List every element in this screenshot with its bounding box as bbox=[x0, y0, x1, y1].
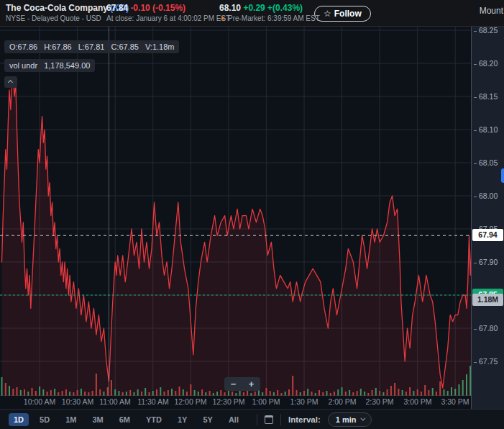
range-button-1y[interactable]: 1Y bbox=[173, 413, 192, 426]
time-axis-label: 1:30 PM bbox=[290, 397, 318, 406]
premarket-price-badge bbox=[501, 168, 504, 183]
company-name: The Coca-Cola Company bbox=[6, 3, 110, 13]
premarket-change-pct: +(0.43%) bbox=[267, 3, 303, 13]
collapse-indicator-button[interactable] bbox=[4, 76, 17, 88]
range-button-ytd[interactable]: YTD bbox=[141, 413, 167, 426]
zoom-in-button[interactable]: + bbox=[242, 377, 260, 391]
volume-badge: 1.18M bbox=[472, 294, 503, 306]
close-quote-block: 67.84 -0.10 (-0.15%) At close: January 6… bbox=[106, 3, 230, 24]
time-axis-label: 3:00 PM bbox=[403, 397, 431, 406]
time-axis-label: 12:30 PM bbox=[213, 397, 245, 406]
chevron-up-icon bbox=[8, 80, 13, 85]
price-area-fill bbox=[2, 76, 472, 396]
price-axis-label: 68.05 bbox=[474, 158, 498, 167]
interval-dropdown[interactable]: 1 min bbox=[328, 412, 372, 427]
price-axis-label: 68.25 bbox=[474, 26, 498, 35]
calendar-icon[interactable] bbox=[265, 415, 273, 424]
price-axis-label: 67.80 bbox=[474, 324, 498, 333]
star-icon: ☆ bbox=[324, 9, 331, 19]
price-axis-label: 68.15 bbox=[474, 92, 498, 101]
chart-type-dropdown[interactable]: Mount bbox=[480, 6, 503, 16]
range-button-1d[interactable]: 1D bbox=[9, 413, 29, 426]
ohlc-item-1: H:67.86 bbox=[44, 42, 72, 51]
range-button-6m[interactable]: 6M bbox=[114, 413, 135, 426]
time-axis-label: 11:00 AM bbox=[99, 397, 131, 406]
time-axis-label: 10:00 AM bbox=[24, 397, 55, 406]
close-change: -0.10 bbox=[130, 3, 150, 13]
volume-readout-value: 1,178,549.00 bbox=[44, 61, 90, 70]
close-timestamp: At close: January 6 at 4:00:02 PM EST bbox=[106, 14, 230, 24]
premarket-quote-block: 68.10 +0.29 +(0.43%) ☀Pre-Market: 6:39:5… bbox=[219, 3, 320, 24]
ohlc-item-2: L:67.81 bbox=[78, 42, 105, 51]
chevron-down-icon bbox=[361, 416, 366, 421]
toolbar-divider bbox=[280, 414, 281, 425]
zoom-out-button[interactable]: − bbox=[224, 377, 242, 391]
price-axis-label: 68.20 bbox=[474, 59, 498, 68]
price-chart-canvas[interactable] bbox=[0, 27, 471, 396]
price-axis-label: 67.90 bbox=[474, 258, 498, 266]
follow-button[interactable]: ☆Follow bbox=[314, 6, 371, 22]
range-button-1m[interactable]: 1M bbox=[60, 413, 81, 426]
ohlc-item-0: O:67.86 bbox=[9, 42, 37, 51]
close-change-pct: (-0.15%) bbox=[152, 3, 185, 13]
range-button-3m[interactable]: 3M bbox=[87, 413, 108, 426]
stock-chart-app: The Coca-Cola Company (KO) NYSE - Delaye… bbox=[0, 0, 504, 429]
close-price: 67.84 bbox=[106, 3, 128, 13]
time-axis-label: 12:00 PM bbox=[175, 397, 207, 406]
time-axis-label: 10:30 AM bbox=[62, 397, 93, 406]
volume-readout-label: vol undr bbox=[9, 61, 37, 70]
time-axis-label: 2:30 PM bbox=[365, 397, 393, 406]
interval-label: Interval: bbox=[288, 415, 321, 424]
premarket-change: +0.29 bbox=[243, 3, 265, 13]
time-axis-label: 1:00 PM bbox=[252, 397, 280, 406]
price-axis-label: 67.75 bbox=[474, 357, 498, 366]
toolbar-divider bbox=[257, 414, 257, 425]
time-axis-label: 3:30 PM bbox=[441, 397, 469, 406]
chart-svg bbox=[0, 27, 471, 396]
interval-value: 1 min bbox=[336, 415, 357, 424]
time-axis-label: 2:00 PM bbox=[328, 397, 356, 406]
follow-label: Follow bbox=[334, 9, 362, 19]
quote-header: The Coca-Cola Company (KO) NYSE - Delaye… bbox=[0, 0, 504, 27]
zoom-controls: − + bbox=[224, 377, 260, 391]
ohlc-item-4: V:1.18m bbox=[145, 42, 175, 51]
range-button-5d[interactable]: 5D bbox=[35, 413, 55, 426]
premarket-sun-icon: ☀ bbox=[219, 14, 226, 24]
ohlc-item-3: C:67.85 bbox=[111, 42, 139, 51]
range-button-all[interactable]: All bbox=[224, 413, 244, 426]
ohlc-readout: O:67.86H:67.86L:67.81C:67.85V:1.18m bbox=[4, 40, 179, 53]
range-button-5y[interactable]: 5Y bbox=[198, 413, 217, 426]
chart-toolbar: 1D 5D 1M 3M 6M YTD 1Y 5Y All Interval: 1… bbox=[0, 409, 504, 429]
premarket-price: 68.10 bbox=[219, 3, 241, 13]
premarket-timestamp: Pre-Market: 6:39:59 AM EST bbox=[228, 14, 320, 22]
time-axis: 10:00 AM10:30 AM11:00 AM11:30 AM12:00 PM… bbox=[0, 396, 471, 409]
price-axis-label: 68.10 bbox=[474, 125, 498, 134]
volume-readout: vol undr1,178,549.00 bbox=[4, 59, 95, 72]
time-axis-label: 11:30 AM bbox=[137, 397, 169, 406]
prev-close-badge: 67.94 bbox=[472, 229, 503, 241]
price-axis-label: 68.00 bbox=[474, 191, 498, 200]
price-axis: 68.2568.2068.1568.1068.0568.0067.9567.90… bbox=[471, 27, 504, 409]
